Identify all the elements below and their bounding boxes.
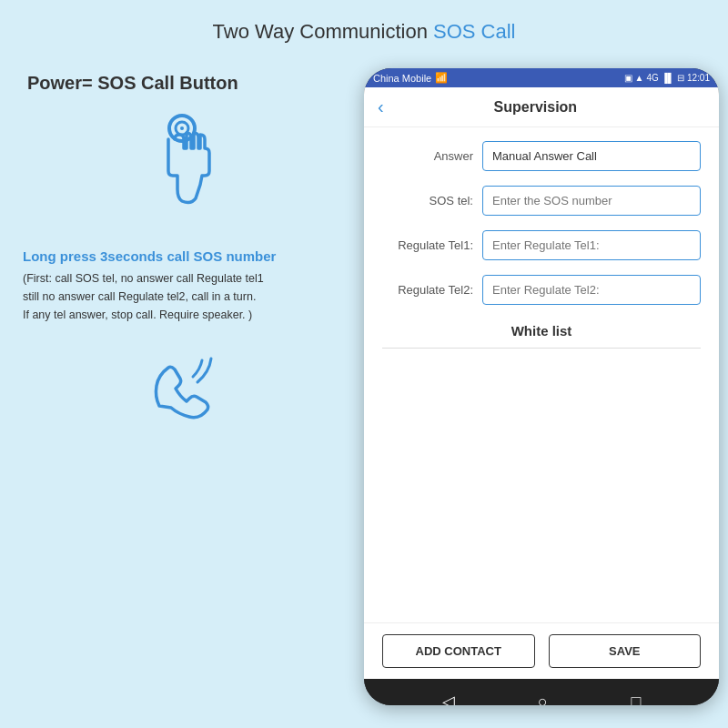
hand-icon-container — [18, 103, 346, 221]
status-bar-right: ▣ ▲ 4G ▐▌ ⊟ 12:01 — [624, 73, 710, 83]
regulate1-input[interactable] — [482, 230, 701, 260]
save-button[interactable]: SAVE — [549, 634, 702, 668]
status-bar: China Mobile 📶 ▣ ▲ 4G ▐▌ ⊟ 12:01 — [364, 68, 719, 87]
regulate2-row: Regulate Tel2: — [382, 275, 701, 305]
nav-recent-icon[interactable]: □ — [631, 693, 641, 706]
hand-icon — [127, 103, 237, 221]
regulate2-input[interactable] — [482, 275, 701, 305]
carrier-name: China Mobile — [373, 73, 431, 84]
wifi-icon: ▲ — [635, 73, 644, 83]
signal-icon: 📶 — [435, 72, 448, 84]
desc-line2: still no answer call Regulate tel2, call… — [23, 288, 346, 306]
phone-icon-container — [18, 342, 346, 433]
battery-icon: ▣ — [624, 73, 632, 83]
long-press-text: Long press 3seconds call SOS number — [23, 248, 346, 264]
back-button[interactable]: ‹ — [378, 96, 384, 117]
signal-bars-icon: ▐▌ — [662, 73, 674, 83]
sos-row: SOS tel: — [382, 186, 701, 216]
status-bar-left: China Mobile 📶 — [373, 72, 448, 84]
page-title: Two Way Communiction SOS Call — [0, 0, 728, 53]
title-highlight: SOS Call — [433, 20, 515, 43]
network-icon: 4G — [646, 73, 658, 83]
battery-status: ⊟ — [677, 73, 684, 83]
regulate2-label: Regulate Tel2: — [382, 283, 473, 297]
section-divider — [382, 348, 701, 349]
app-title: Supervision — [393, 99, 678, 116]
sos-label: SOS tel: — [382, 194, 473, 207]
desc-line1: (First: call SOS tel, no answer call Reg… — [23, 269, 346, 288]
form-area: Answer SOS tel: Regulate Tel1: Regulate … — [364, 127, 719, 622]
answer-input[interactable] — [482, 141, 701, 171]
title-plain: Two Way Communiction — [213, 20, 433, 43]
app-header: ‹ Supervision — [364, 87, 719, 127]
answer-row: Answer — [382, 141, 701, 171]
svg-point-2 — [180, 126, 184, 130]
time-display: 12:01 — [687, 73, 710, 83]
description-text: (First: call SOS tel, no answer call Reg… — [23, 269, 346, 324]
bottom-buttons: ADD CONTACT SAVE — [364, 622, 719, 679]
desc-line3: If any tel answer, stop call. Require sp… — [23, 306, 346, 324]
add-contact-button[interactable]: ADD CONTACT — [382, 634, 535, 668]
left-panel: Power= SOS Call Button Long press 3secon… — [18, 73, 346, 451]
nav-home-icon[interactable]: ○ — [538, 693, 548, 706]
regulate1-label: Regulate Tel1: — [382, 238, 473, 252]
power-label: Power= SOS Call Button — [27, 73, 346, 94]
nav-bar: ◁ ○ □ — [364, 679, 719, 705]
answer-label: Answer — [382, 149, 473, 163]
nav-back-icon[interactable]: ◁ — [442, 692, 455, 705]
sos-input[interactable] — [482, 186, 701, 216]
whitelist-title: White list — [382, 323, 701, 339]
phone-icon — [136, 342, 228, 433]
phone-mockup: China Mobile 📶 ▣ ▲ 4G ▐▌ ⊟ 12:01 ‹ Super… — [364, 68, 719, 705]
regulate1-row: Regulate Tel1: — [382, 230, 701, 260]
app-screen: ‹ Supervision Answer SOS tel: Regulate T… — [364, 87, 719, 679]
